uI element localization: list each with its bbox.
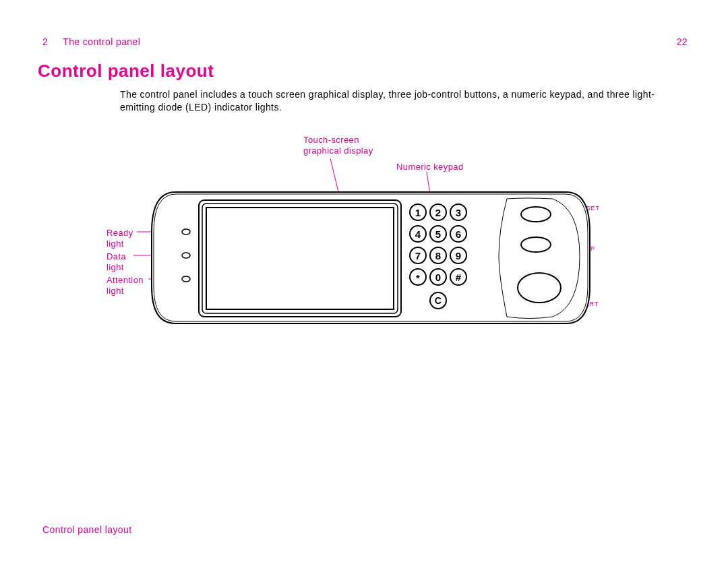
stop-button [521, 237, 551, 252]
header-left: 2 The control panel [42, 36, 140, 47]
key-5: 5 [435, 228, 442, 240]
chapter-number: 2 [42, 36, 48, 47]
key-9: 9 [456, 250, 462, 261]
control-panel-diagram: Touch-screen graphical display Numeric k… [94, 121, 600, 337]
key-star: * [416, 272, 420, 284]
key-c: C [435, 295, 442, 306]
key-2: 2 [435, 207, 442, 218]
key-6: 6 [456, 228, 462, 240]
key-hash: # [456, 272, 462, 283]
start-button [518, 273, 561, 303]
key-4: 4 [415, 228, 421, 240]
panel-illustration: 1 2 3 4 5 6 7 8 9 * 0 # C [94, 121, 600, 337]
page-number: 22 [677, 36, 688, 47]
footer-text: Control panel layout [42, 524, 132, 535]
svg-point-13 [182, 276, 190, 282]
reset-button [521, 207, 551, 222]
section-body: The control panel includes a touch scree… [120, 88, 681, 114]
key-7: 7 [415, 250, 421, 261]
key-1: 1 [415, 207, 421, 218]
svg-point-11 [182, 229, 190, 235]
key-3: 3 [456, 207, 462, 218]
section-title: Control panel layout [38, 61, 214, 82]
key-8: 8 [435, 250, 442, 261]
key-0: 0 [435, 272, 442, 283]
svg-point-12 [182, 253, 190, 258]
chapter-title: The control panel [63, 36, 140, 47]
page-header: 2 The control panel 22 [42, 36, 688, 47]
